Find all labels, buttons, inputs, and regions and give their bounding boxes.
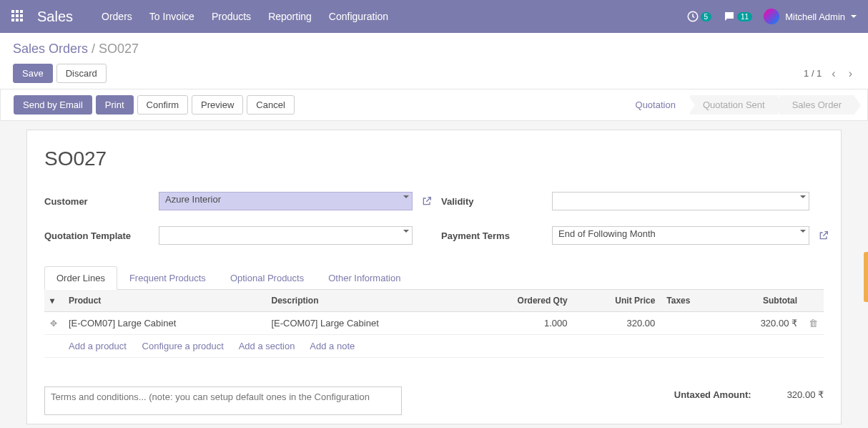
menu-orders[interactable]: Orders: [102, 11, 132, 22]
confirm-button[interactable]: Confirm: [137, 95, 189, 115]
activity-badge: 5: [701, 12, 712, 21]
label-payment-terms: Payment Terms: [441, 230, 552, 241]
chevron-down-icon: [800, 230, 806, 235]
apps-icon[interactable]: [11, 10, 24, 23]
col-product: Product: [63, 290, 265, 312]
chevron-down-icon: [800, 195, 806, 201]
customer-field[interactable]: Azure Interior: [159, 192, 413, 210]
brand: Sales: [37, 9, 73, 25]
tab-optional-products[interactable]: Optional Products: [218, 266, 316, 290]
label-quotation-template: Quotation Template: [44, 230, 159, 241]
cell-description[interactable]: [E-COM07] Large Cabinet: [265, 312, 468, 335]
breadcrumb: Sales Orders / SO027: [13, 42, 855, 57]
discard-button[interactable]: Discard: [56, 64, 107, 83]
preview-button[interactable]: Preview: [192, 95, 243, 115]
line-adders: Add a product Configure a product Add a …: [63, 335, 824, 358]
chevron-down-icon: [851, 15, 857, 21]
chevron-down-icon: [403, 195, 409, 201]
menu-products[interactable]: Products: [212, 11, 251, 22]
configure-product-link[interactable]: Configure a product: [142, 341, 224, 351]
add-product-link[interactable]: Add a product: [69, 341, 127, 351]
tab-order-lines[interactable]: Order Lines: [44, 266, 117, 290]
top-nav: Sales Orders To Invoice Products Reporti…: [0, 0, 868, 33]
activity-icon[interactable]: 5: [686, 10, 712, 23]
col-unit-price: Unit Price: [573, 290, 661, 312]
totals: Untaxed Amount: 320.00 ₹: [674, 386, 824, 403]
avatar: [764, 9, 779, 24]
col-description: Description: [265, 290, 468, 312]
user-menu[interactable]: Mitchell Admin: [764, 9, 857, 24]
table-row[interactable]: ✥ [E-COM07] Large Cabinet [E-COM07] Larg…: [44, 312, 824, 335]
pager-prev[interactable]: ‹: [829, 64, 838, 83]
action-bar: Send by Email Print Confirm Preview Canc…: [0, 89, 868, 121]
pager-next[interactable]: ›: [846, 64, 855, 83]
untaxed-label: Untaxed Amount:: [674, 389, 751, 400]
form-sheet: SO027 Customer Azure Interior Validity Q…: [26, 130, 842, 424]
chevron-down-icon: [403, 230, 409, 235]
print-button[interactable]: Print: [96, 95, 134, 115]
cell-taxes[interactable]: [661, 312, 721, 335]
cell-qty[interactable]: 1.000: [468, 312, 573, 335]
add-section-link[interactable]: Add a section: [239, 341, 295, 351]
save-button[interactable]: Save: [13, 64, 53, 83]
col-subtotal: Subtotal: [721, 290, 803, 312]
control-panel: Sales Orders / SO027 Save Discard 1 / 1 …: [0, 33, 868, 89]
label-validity: Validity: [441, 196, 552, 207]
status-bar: Quotation Quotation Sent Sales Order: [621, 95, 854, 115]
cell-product[interactable]: [E-COM07] Large Cabinet: [63, 312, 265, 335]
terms-textarea[interactable]: [44, 386, 402, 415]
payment-terms-external-link-icon[interactable]: [809, 230, 838, 241]
label-customer: Customer: [44, 196, 159, 207]
status-quotation-sent[interactable]: Quotation Sent: [690, 95, 778, 115]
untaxed-value: 320.00 ₹: [787, 389, 824, 400]
breadcrumb-current: SO027: [99, 42, 139, 56]
messages-badge: 11: [737, 12, 752, 21]
user-name: Mitchell Admin: [785, 11, 845, 22]
send-email-button[interactable]: Send by Email: [14, 95, 92, 115]
quotation-template-field[interactable]: [159, 226, 413, 245]
tabs: Order Lines Frequent Products Optional P…: [44, 266, 824, 290]
col-handle: ▾: [44, 290, 63, 312]
chatter-handle[interactable]: [864, 252, 868, 302]
drag-handle-icon[interactable]: ✥: [50, 318, 57, 329]
col-ordered-qty: Ordered Qty: [468, 290, 573, 312]
cell-subtotal: 320.00 ₹: [721, 312, 803, 335]
delete-row-icon[interactable]: 🗑: [809, 318, 818, 329]
menu-reporting[interactable]: Reporting: [268, 11, 312, 22]
status-sales-order[interactable]: Sales Order: [779, 95, 854, 115]
form-background: SO027 Customer Azure Interior Validity Q…: [0, 121, 868, 428]
customer-external-link-icon[interactable]: [413, 195, 441, 207]
order-lines-table: ▾ Product Description Ordered Qty Unit P…: [44, 290, 824, 358]
breadcrumb-sep: /: [92, 42, 95, 56]
menu-configuration[interactable]: Configuration: [329, 11, 388, 22]
pager-text: 1 / 1: [804, 68, 822, 79]
cancel-button[interactable]: Cancel: [247, 95, 294, 115]
status-quotation[interactable]: Quotation: [623, 95, 689, 115]
breadcrumb-root[interactable]: Sales Orders: [13, 42, 88, 56]
messages-icon[interactable]: 11: [723, 10, 752, 23]
validity-field[interactable]: [552, 192, 809, 210]
add-note-link[interactable]: Add a note: [310, 341, 355, 351]
pager: 1 / 1 ‹ ›: [804, 64, 855, 83]
tab-frequent-products[interactable]: Frequent Products: [117, 266, 218, 290]
page-title: SO027: [44, 147, 824, 170]
cell-price[interactable]: 320.00: [573, 312, 661, 335]
tab-other-information[interactable]: Other Information: [316, 266, 413, 290]
main-menu: Orders To Invoice Products Reporting Con…: [102, 11, 388, 22]
col-taxes: Taxes: [661, 290, 721, 312]
payment-terms-field[interactable]: End of Following Month: [552, 226, 809, 245]
menu-to-invoice[interactable]: To Invoice: [149, 11, 194, 22]
